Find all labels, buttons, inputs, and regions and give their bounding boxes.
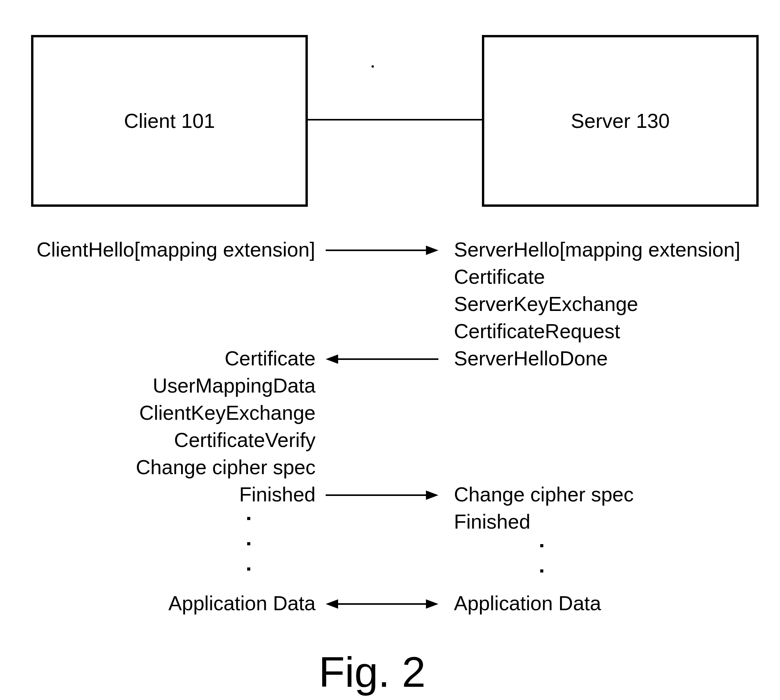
- client-dot-2: [247, 542, 250, 545]
- server-appdata-label: Application Data: [454, 593, 601, 613]
- server-finished-label: Finished: [454, 511, 530, 532]
- client-change-cipher-label: Change cipher spec: [136, 457, 316, 477]
- server-box: Server 130: [482, 35, 759, 207]
- client-appdata-label: Application Data: [168, 593, 316, 613]
- client-usermapping-label: UserMappingData: [153, 375, 316, 396]
- svg-marker-5: [426, 491, 438, 500]
- box-connector: [305, 119, 482, 120]
- server-box-label: Server 130: [571, 109, 670, 133]
- arrow-server-to-client-1: [326, 354, 438, 365]
- figure-caption: Fig. 2: [319, 647, 426, 697]
- client-finished-label: Finished: [239, 484, 316, 504]
- stray-dot: [372, 65, 374, 68]
- server-dot-1: [540, 544, 543, 547]
- client-hello-label: ClientHello[mapping extension]: [37, 239, 315, 260]
- client-certificate-label: Certificate: [225, 348, 316, 368]
- server-key-exchange-label: ServerKeyExchange: [454, 294, 638, 314]
- arrow-client-to-server-1: [326, 245, 438, 257]
- server-cert-request-label: CertificateRequest: [454, 321, 620, 341]
- client-box-label: Client 101: [124, 109, 215, 133]
- svg-marker-8: [426, 599, 438, 609]
- client-cert-verify-label: CertificateVerify: [174, 430, 316, 450]
- server-dot-2: [540, 569, 543, 573]
- client-box: Client 101: [31, 35, 308, 207]
- server-change-cipher-label: Change cipher spec: [454, 484, 634, 504]
- svg-marker-7: [326, 599, 338, 609]
- server-hello-label: ServerHello[mapping extension]: [454, 239, 740, 260]
- server-hello-done-label: ServerHelloDone: [454, 348, 608, 368]
- client-dot-1: [247, 517, 250, 520]
- diagram-page: Client 101 Server 130 ClientHello[mappin…: [0, 0, 780, 700]
- svg-marker-1: [426, 246, 438, 255]
- svg-marker-3: [326, 354, 338, 364]
- client-key-exchange-label: ClientKeyExchange: [139, 403, 316, 423]
- arrow-bidir-appdata: [326, 599, 438, 610]
- server-certificate-label: Certificate: [454, 267, 545, 287]
- arrow-client-to-server-2: [326, 490, 438, 501]
- client-dot-3: [247, 567, 250, 571]
